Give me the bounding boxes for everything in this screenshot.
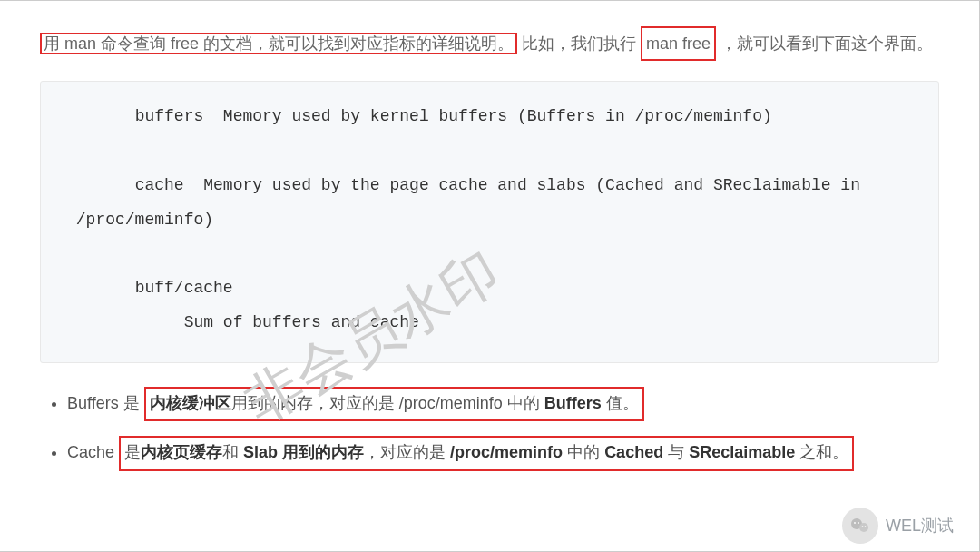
highlight-intro-sentence: 用 man 命令查询 free 的文档，就可以找到对应指标的详细说明。 — [40, 33, 517, 54]
b1-strong2: Buffers — [544, 394, 602, 412]
b2-b: 和 — [222, 443, 243, 461]
bullet-list: Buffers 是 内核缓冲区用到的内存，对应的是 /proc/meminfo … — [45, 387, 939, 471]
b1-mid: 用到的内存，对应的是 /proc/meminfo 中的 — [231, 394, 544, 412]
b2-s3: /proc/meminfo — [450, 443, 563, 461]
b2-pre: Cache — [67, 443, 119, 461]
b2-c: ，对应的是 — [364, 443, 450, 461]
svg-point-2 — [854, 522, 856, 524]
b2-e: 与 — [663, 443, 689, 461]
intro-paragraph: 用 man 命令查询 free 的文档，就可以找到对应指标的详细说明。 比如，我… — [40, 26, 939, 61]
footer-label: WEL测试 — [886, 515, 954, 537]
article-body: 用 man 命令查询 free 的文档，就可以找到对应指标的详细说明。 比如，我… — [0, 1, 979, 504]
b2-a: 是 — [124, 443, 141, 461]
wechat-icon — [842, 508, 878, 544]
intro-seg4: ，就可以看到下面这个界面。 — [720, 34, 933, 53]
b2-f: 之和。 — [795, 443, 848, 461]
b2-s2: Slab 用到的内存 — [243, 443, 364, 461]
intro-seg2: 比如，我们执行 — [522, 34, 636, 53]
highlight-cache: 是内核页缓存和 Slab 用到的内存，对应的是 /proc/meminfo 中的… — [119, 436, 854, 470]
svg-point-3 — [858, 522, 859, 524]
b2-d: 中的 — [563, 443, 604, 461]
code-block: buffers Memory used by kernel buffers (B… — [40, 81, 939, 363]
b1-end: 值。 — [602, 394, 639, 412]
b2-s5: SReclaimable — [689, 443, 795, 461]
svg-point-4 — [862, 526, 864, 527]
b2-s1: 内核页缓存 — [141, 443, 222, 461]
highlight-buffers: 内核缓冲区用到的内存，对应的是 /proc/meminfo 中的 Buffers… — [144, 387, 644, 421]
b2-s4: Cached — [604, 443, 663, 461]
list-item: Buffers 是 内核缓冲区用到的内存，对应的是 /proc/meminfo … — [67, 387, 939, 421]
footer-badge: WEL测试 — [842, 508, 954, 544]
highlight-command: man free — [641, 26, 716, 61]
list-item: Cache 是内核页缓存和 Slab 用到的内存，对应的是 /proc/memi… — [67, 436, 939, 470]
svg-point-5 — [865, 526, 867, 527]
svg-point-1 — [859, 523, 868, 532]
b1-strong: 内核缓冲区 — [150, 394, 231, 412]
b1-pre: Buffers 是 — [67, 394, 140, 412]
